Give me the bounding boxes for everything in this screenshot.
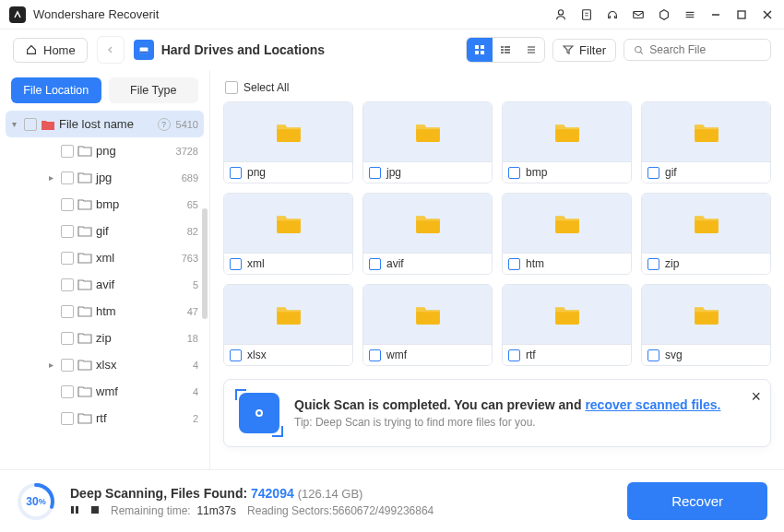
tree-item-png[interactable]: png3728 (0, 137, 209, 164)
tree-item-jpg[interactable]: ▸jpg689 (0, 164, 209, 191)
box-icon[interactable] (657, 7, 671, 22)
tree-checkbox[interactable] (61, 359, 74, 372)
folder-warning-icon (41, 118, 55, 131)
minimize-icon[interactable] (708, 7, 723, 22)
folder-checkbox[interactable] (647, 167, 659, 179)
tree-checkbox[interactable] (61, 252, 74, 265)
folder-card-xlsx[interactable]: xlsx (223, 284, 353, 366)
home-button[interactable]: Home (13, 38, 88, 63)
chevron-right-icon[interactable]: ▸ (44, 360, 57, 370)
tree-checkbox[interactable] (61, 278, 74, 291)
folder-icon (77, 412, 92, 424)
folder-checkbox[interactable] (230, 349, 242, 361)
folder-checkbox[interactable] (508, 167, 520, 179)
tab-file-type[interactable]: File Type (109, 77, 199, 103)
recover-link[interactable]: recover scanned files. (585, 397, 720, 412)
folder-checkbox[interactable] (647, 258, 659, 270)
select-all-row[interactable]: Select All (223, 79, 771, 101)
tree-checkbox[interactable] (61, 171, 74, 184)
tree-item-avif[interactable]: avif5 (0, 271, 209, 298)
tree-checkbox[interactable] (61, 385, 74, 398)
close-icon[interactable] (760, 7, 775, 22)
folder-label-row: zip (642, 253, 770, 274)
folder-checkbox[interactable] (369, 349, 381, 361)
tree-item-wmf[interactable]: wmf4 (0, 378, 209, 405)
chevron-down-icon[interactable]: ▾ (7, 119, 20, 129)
svg-rect-33 (71, 506, 74, 514)
view-list-detail-button[interactable] (493, 38, 518, 62)
tree-item-htm[interactable]: htm47 (0, 298, 209, 325)
tree-item-xlsx[interactable]: ▸xlsx4 (0, 351, 209, 378)
sidebar-tabs: File Location File Type (0, 77, 209, 111)
scrollbar[interactable] (202, 208, 208, 319)
tree-item-xml[interactable]: xml763 (0, 244, 209, 271)
folder-label: xml (247, 257, 265, 270)
banner-title-text: Quick Scan is completed. You can preview… (294, 397, 585, 412)
folder-card-zip[interactable]: zip (641, 193, 771, 275)
svg-rect-17 (481, 51, 484, 54)
maximize-icon[interactable] (734, 7, 749, 22)
folder-checkbox[interactable] (230, 167, 242, 179)
chevron-right-icon[interactable]: ▸ (44, 172, 57, 183)
main: File Location File Type ▾ File lost name… (0, 70, 784, 469)
folder-icon (77, 171, 92, 183)
help-icon[interactable]: ? (158, 118, 171, 131)
view-list-button[interactable] (518, 38, 544, 62)
tree-root-count: 5410 (176, 119, 198, 130)
search-input[interactable] (649, 43, 761, 56)
tree-checkbox[interactable] (61, 412, 74, 425)
tree-checkbox[interactable] (61, 332, 74, 345)
svg-rect-23 (505, 52, 510, 53)
recover-button[interactable]: Recover (627, 482, 767, 520)
tree-item-rtf[interactable]: rtf2 (0, 405, 209, 432)
folder-card-svg[interactable]: svg (641, 284, 771, 366)
folder-card-gif[interactable]: gif (641, 101, 771, 183)
pause-button[interactable] (70, 504, 79, 517)
select-all-checkbox[interactable] (225, 81, 238, 94)
tab-file-location[interactable]: File Location (11, 77, 101, 103)
tree-item-count: 4 (193, 386, 198, 397)
document-icon[interactable] (579, 7, 594, 22)
folder-label: xlsx (247, 349, 267, 361)
mail-icon[interactable] (631, 7, 646, 22)
view-grid-button[interactable] (467, 38, 493, 62)
headphones-icon[interactable] (605, 7, 620, 22)
tree-checkbox[interactable] (61, 198, 74, 211)
tree-item-zip[interactable]: zip18 (0, 325, 209, 351)
folder-checkbox[interactable] (230, 258, 242, 270)
tree-root[interactable]: ▾ File lost name ? 5410 (6, 111, 204, 137)
scan-complete-banner: Quick Scan is completed. You can preview… (223, 379, 771, 447)
folder-card-wmf[interactable]: wmf (362, 284, 493, 366)
folder-card-rtf[interactable]: rtf (502, 284, 632, 366)
menu-icon[interactable] (683, 7, 697, 22)
folder-checkbox[interactable] (369, 258, 381, 270)
tree-checkbox[interactable] (61, 145, 74, 158)
stop-button[interactable] (90, 504, 100, 517)
folder-card-xml[interactable]: xml (223, 193, 353, 275)
tree-item-gif[interactable]: gif82 (0, 218, 209, 244)
user-icon[interactable] (553, 7, 568, 22)
folder-card-jpg[interactable]: jpg (362, 101, 493, 183)
svg-line-28 (640, 52, 642, 53)
banner-close-icon[interactable]: × (751, 387, 761, 407)
search-box[interactable] (624, 39, 771, 61)
folder-checkbox[interactable] (508, 349, 520, 361)
folder-icon (77, 145, 92, 157)
tree-checkbox[interactable] (61, 225, 74, 238)
folder-checkbox[interactable] (647, 349, 659, 361)
back-button[interactable] (97, 36, 125, 64)
folder-checkbox[interactable] (369, 167, 381, 179)
tree-item-bmp[interactable]: bmp65 (0, 191, 209, 218)
filter-button[interactable]: Filter (552, 39, 616, 62)
folder-card-bmp[interactable]: bmp (502, 101, 632, 183)
folder-label-row: avif (363, 253, 492, 274)
folder-icon (77, 252, 92, 264)
folder-card-htm[interactable]: htm (502, 193, 632, 275)
folder-checkbox[interactable] (508, 258, 520, 270)
tree-checkbox[interactable] (61, 305, 74, 318)
folder-card-png[interactable]: png (223, 101, 353, 183)
tree-checkbox[interactable] (24, 118, 37, 131)
folder-card-avif[interactable]: avif (362, 193, 493, 275)
chevron-left-icon (106, 45, 115, 54)
breadcrumb: Hard Drives and Locations (134, 40, 325, 60)
